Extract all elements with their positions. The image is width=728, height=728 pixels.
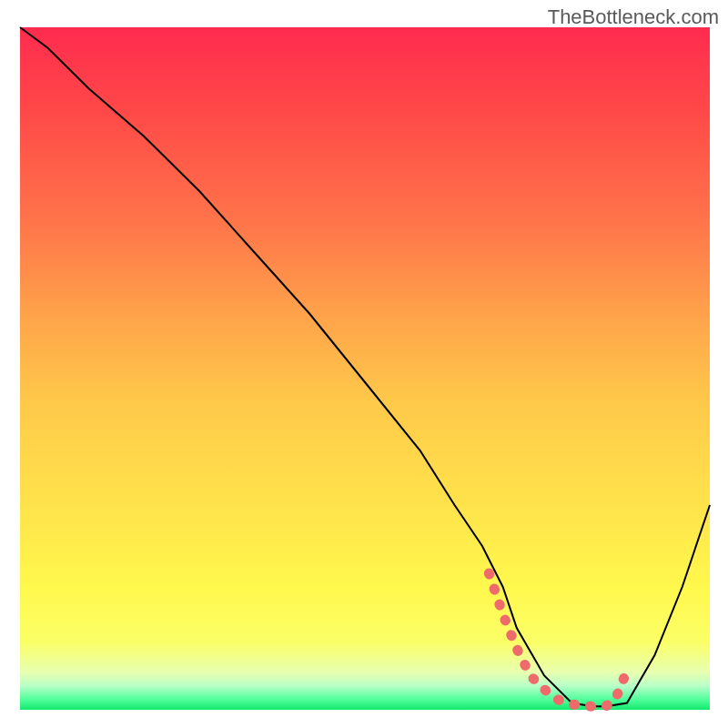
chart-svg <box>0 0 728 728</box>
plot-background <box>20 27 710 710</box>
bottleneck-chart: TheBottleneck.com <box>0 0 728 728</box>
watermark-text: TheBottleneck.com <box>548 5 719 29</box>
